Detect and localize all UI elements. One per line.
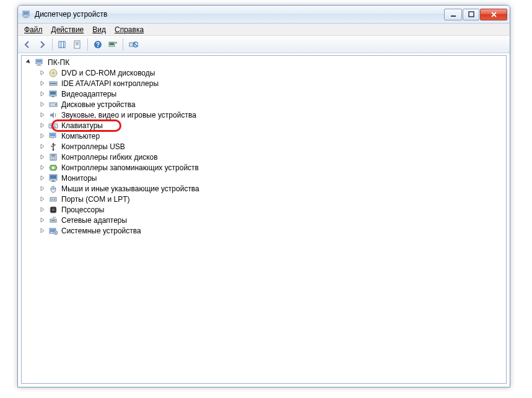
close-button[interactable] [480, 9, 507, 20]
menu-view[interactable]: Вид [89, 25, 110, 35]
tree-item[interactable]: Контроллеры гибких дисков [22, 152, 506, 162]
minimize-button[interactable] [444, 9, 462, 20]
svg-rect-21 [38, 64, 40, 65]
expand-icon[interactable] [39, 206, 46, 213]
tree-item-label: Клавиатуры [60, 121, 104, 130]
tree-item[interactable]: IDE ATA/ATAPI контроллеры [22, 78, 506, 89]
expand-icon[interactable] [39, 101, 46, 108]
expand-icon[interactable] [39, 185, 46, 192]
device-manager-window: Диспетчер устройств Файл Действие Вид Сп… [17, 5, 510, 387]
toolbar-back-button[interactable] [20, 38, 34, 51]
toolbar-forward-button[interactable] [35, 38, 49, 51]
expand-icon[interactable] [39, 164, 46, 171]
tree-item[interactable]: Контроллеры USB [22, 141, 506, 152]
ide-icon [48, 79, 58, 89]
toolbar-show-hidden-button[interactable] [56, 38, 69, 51]
tree-item[interactable]: Сетевые адаптеры [22, 215, 506, 225]
svg-point-44 [52, 167, 55, 169]
tree-item[interactable]: DVD и CD-ROM дисководы [22, 67, 506, 78]
expand-icon[interactable] [39, 111, 46, 118]
svg-rect-42 [51, 154, 55, 157]
tree-root[interactable]: ПК-ПК [22, 57, 506, 67]
window-controls [444, 9, 507, 20]
menu-action[interactable]: Действие [48, 25, 88, 35]
expand-icon[interactable] [39, 69, 46, 76]
app-icon [22, 9, 32, 19]
titlebar[interactable]: Диспетчер устройств [18, 6, 510, 24]
computer-icon [48, 131, 58, 141]
floppy-controller-icon [48, 152, 58, 162]
collapse-icon[interactable] [25, 59, 32, 66]
toolbar-help-button[interactable]: ? [91, 38, 105, 51]
tree-item[interactable]: Мыши и иные указывающие устройства [22, 183, 506, 194]
tree-item[interactable]: Мониторы [22, 173, 506, 183]
svg-rect-5 [469, 12, 474, 17]
expand-icon[interactable] [39, 143, 46, 150]
port-icon [48, 194, 58, 204]
svg-rect-26 [50, 83, 56, 84]
toolbar-separator [52, 38, 53, 51]
tree-item[interactable]: Видеоадаптеры [22, 89, 506, 99]
toolbar-scan-button[interactable] [106, 38, 120, 51]
svg-rect-22 [37, 65, 41, 66]
svg-rect-36 [51, 126, 56, 128]
svg-rect-20 [37, 60, 41, 63]
tree-item-label: Сетевые адаптеры [60, 216, 128, 225]
device-tree: ПК-ПК DVD и CD-ROM дисководыIDE ATA/ATAP… [22, 57, 506, 236]
svg-rect-28 [50, 92, 56, 95]
tree-item[interactable]: Системные устройства [22, 225, 506, 236]
tree-item-label: Контроллеры гибких дисков [60, 153, 159, 162]
expand-icon[interactable] [39, 90, 46, 97]
tree-item-label: Видеоадаптеры [60, 90, 118, 98]
tree-item[interactable]: Дисковые устройства [22, 99, 506, 110]
expand-icon[interactable] [39, 175, 46, 181]
keyboard-icon [48, 121, 58, 131]
tree-item-label: Процессоры [60, 205, 106, 214]
svg-rect-7 [61, 41, 61, 48]
maximize-button[interactable] [463, 9, 479, 20]
tree-item[interactable]: Клавиатуры [22, 120, 506, 131]
svg-rect-16 [110, 43, 114, 45]
svg-rect-6 [59, 41, 65, 48]
svg-text:?: ? [96, 41, 100, 48]
tree-item[interactable]: Порты (COM и LPT) [22, 194, 506, 204]
device-tree-panel[interactable]: ПК-ПК DVD и CD-ROM дисководыIDE ATA/ATAP… [21, 55, 507, 384]
expand-icon[interactable] [39, 122, 46, 129]
svg-point-43 [52, 157, 55, 160]
toolbar-properties-button[interactable] [71, 38, 84, 51]
sound-icon [48, 110, 58, 120]
tree-item[interactable]: Процессоры [22, 204, 506, 215]
usb-icon [48, 142, 58, 152]
svg-rect-12 [76, 45, 79, 45]
tree-item-label: Мыши и иные указывающие устройства [60, 184, 201, 193]
disc-icon [48, 68, 58, 78]
svg-rect-4 [451, 15, 456, 17]
expand-icon[interactable] [39, 217, 46, 223]
expand-icon[interactable] [39, 227, 46, 234]
svg-point-31 [55, 104, 56, 105]
svg-rect-54 [52, 209, 55, 211]
display-adapter-icon [48, 89, 58, 99]
mouse-icon [48, 184, 58, 194]
toolbar-uninstall-button[interactable] [126, 38, 140, 51]
svg-point-52 [54, 199, 55, 200]
expand-icon[interactable] [39, 132, 46, 139]
svg-rect-46 [50, 175, 56, 179]
tree-item[interactable]: Компьютер [22, 131, 506, 141]
menu-file[interactable]: Файл [20, 25, 46, 35]
svg-rect-33 [50, 125, 51, 126]
tree-item[interactable]: Звуковые, видео и игровые устройства [22, 110, 506, 120]
tree-children: DVD и CD-ROM дисководыIDE ATA/ATAPI конт… [22, 67, 506, 236]
toolbar-separator [123, 38, 123, 51]
expand-icon[interactable] [39, 80, 46, 87]
tree-item-label: Контроллеры USB [60, 142, 126, 151]
menu-help[interactable]: Справка [111, 25, 147, 35]
tree-item-label: Порты (COM и LPT) [60, 195, 131, 204]
tree-root-label: ПК-ПК [46, 58, 71, 67]
expand-icon[interactable] [39, 154, 46, 160]
toolbar-separator [87, 38, 88, 51]
svg-rect-47 [52, 180, 55, 181]
svg-point-51 [51, 199, 53, 200]
expand-icon[interactable] [39, 196, 46, 202]
tree-item[interactable]: Контроллеры запоминающих устройств [22, 162, 506, 173]
